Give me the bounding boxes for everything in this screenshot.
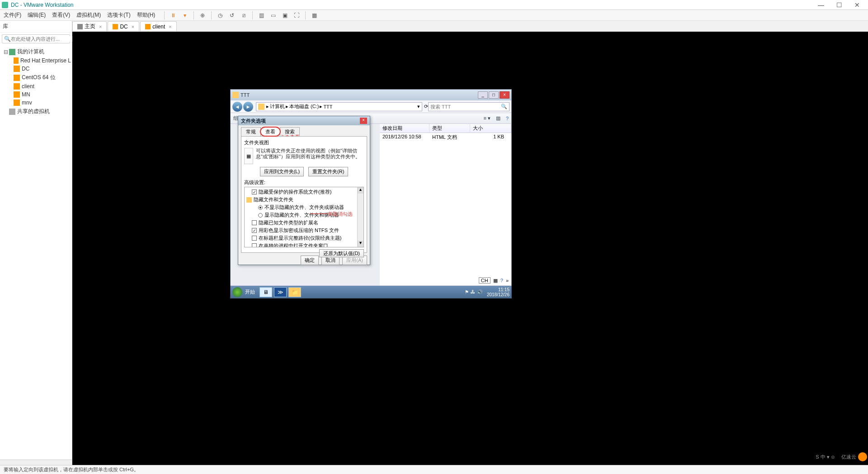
tab-view[interactable]: 查看 [260, 127, 280, 136]
advanced-settings-list[interactable]: 隐藏受保护的操作系统文件(推荐) 隐藏文件和文件夹 不显示隐藏的文件、文件夹或驱… [244, 187, 364, 247]
address-bar[interactable]: ▸ 计算机 ▸ 本地磁盘 (C:) ▸ TTT ▾ [256, 102, 422, 111]
col-date[interactable]: 修改日期 [380, 124, 429, 133]
layout3-icon[interactable]: ▣ [281, 11, 289, 19]
dialog-titlebar[interactable]: 文件夹选项 × [238, 116, 370, 125]
explorer-minimize[interactable]: _ [478, 91, 488, 99]
apply-to-folders-button[interactable]: 应用到文件夹(L) [260, 167, 304, 176]
checkbox[interactable] [252, 243, 257, 247]
tree-item[interactable]: DC [1, 65, 71, 73]
tab-general[interactable]: 常规 [241, 127, 261, 136]
menu-file[interactable]: 文件(F) [4, 11, 21, 19]
explorer-maximize[interactable]: □ [489, 91, 499, 99]
unity-icon[interactable]: ▦ [310, 11, 318, 19]
list-item[interactable]: 2018/12/26 10:58 HTML 文档 1 KB [380, 133, 511, 142]
taskbar-folder-icon[interactable]: 📁 [288, 287, 301, 297]
explorer-search[interactable]: 🔍 [428, 102, 509, 111]
tray-icon[interactable]: ▦ [493, 278, 498, 284]
revert-icon[interactable]: ↺ [228, 11, 236, 19]
checkbox[interactable] [252, 220, 257, 225]
chevron-icon[interactable]: » [506, 278, 509, 283]
menu-view[interactable]: 查看(V) [52, 11, 70, 19]
scroll-down-icon[interactable]: ▼ [358, 241, 363, 247]
menu-edit[interactable]: 编辑(E) [28, 11, 46, 19]
refresh-button[interactable]: ⟳ [424, 104, 428, 109]
explorer-search-input[interactable] [430, 104, 501, 109]
sidebar-search[interactable]: 🔍 ▾ [2, 34, 70, 43]
tab-dc[interactable]: DC× [108, 21, 139, 31]
vmware-logo-icon [2, 2, 8, 8]
reset-folders-button[interactable]: 重置文件夹(R) [308, 167, 348, 176]
search-icon[interactable]: 🔍 [501, 104, 507, 109]
tree-item[interactable]: client [1, 82, 71, 90]
separator [211, 11, 212, 19]
taskbar-clock[interactable]: 11:15 2018/12/26 [487, 287, 509, 297]
preview-pane-icon[interactable]: ▥ [496, 115, 500, 121]
restore-defaults-button[interactable]: 还原为默认值(D) [319, 249, 364, 257]
checkbox[interactable] [252, 228, 257, 233]
taskbar-powershell-icon[interactable]: ≫ [274, 287, 287, 297]
vmware-menubar: 文件(F) 编辑(E) 查看(V) 虚拟机(M) 选项卡(T) 帮助(H) ⏸ … [0, 10, 868, 21]
minimize-button[interactable]: — [812, 1, 830, 9]
checkbox[interactable] [252, 236, 257, 241]
tray-flag-icon[interactable]: ⚑ [465, 289, 469, 294]
vm-icon [14, 91, 20, 98]
fullscreen-icon[interactable]: ⛶ [292, 11, 301, 19]
tree-item[interactable]: CentOS 64 位 [1, 73, 71, 82]
system-tray[interactable]: ⚑ 🖧 🔊 11:15 2018/12/26 [465, 287, 509, 297]
layout2-icon[interactable]: ▭ [269, 11, 277, 19]
taskbar-explorer-icon[interactable]: 🖥 [259, 287, 272, 297]
tab-home[interactable]: 主页× [72, 21, 107, 31]
tree-item[interactable]: Red Hat Enterprise L [1, 57, 71, 65]
vm-icon [14, 57, 19, 64]
close-button[interactable]: ✕ [848, 1, 866, 9]
start-label[interactable]: 开始 [245, 289, 255, 295]
close-icon[interactable]: × [132, 24, 134, 29]
tray-sound-icon[interactable]: 🔊 [477, 289, 482, 294]
forward-button[interactable]: ► [243, 102, 253, 112]
explorer-close[interactable]: × [500, 91, 509, 99]
scroll-up-icon[interactable]: ▲ [358, 187, 363, 194]
menu-vm[interactable]: 虚拟机(M) [76, 11, 101, 19]
view-options-icon[interactable]: ≡ ▾ [483, 115, 490, 121]
lang-badge[interactable]: CH [479, 277, 491, 284]
tree-shared[interactable]: 共享的虚拟机 [1, 107, 71, 116]
explorer-titlebar[interactable]: TTT _ □ × [231, 90, 511, 100]
checkbox[interactable] [252, 190, 257, 194]
close-icon[interactable]: × [169, 24, 171, 29]
tree-item[interactable]: MN [1, 90, 71, 99]
close-icon[interactable]: × [99, 24, 102, 29]
menu-help[interactable]: 帮助(H) [137, 11, 156, 19]
tree-item[interactable]: mnv [1, 99, 71, 107]
snapshot-icon[interactable]: ⊕ [198, 11, 207, 19]
manage-icon[interactable]: ⎚ [240, 11, 248, 19]
maximize-button[interactable]: ☐ [830, 1, 848, 9]
back-button[interactable]: ◄ [232, 102, 242, 112]
clock-icon[interactable]: ◷ [216, 11, 224, 19]
col-size[interactable]: 大小 [470, 124, 511, 133]
adv-category: 隐藏文件和文件夹 [245, 196, 363, 204]
address-dropdown-icon[interactable]: ▾ [417, 104, 420, 109]
radio[interactable] [258, 205, 263, 210]
start-button[interactable] [232, 287, 242, 297]
col-type[interactable]: 类型 [429, 124, 470, 133]
sidebar-search-input[interactable] [11, 36, 73, 42]
file-list[interactable]: 2018/12/26 10:58 HTML 文档 1 KB [380, 133, 511, 285]
ok-button[interactable]: 确定 [301, 256, 319, 265]
dialog-close[interactable]: × [360, 118, 367, 124]
tree-root[interactable]: ⊟ 我的计算机 [1, 47, 71, 57]
tab-client[interactable]: client× [140, 21, 176, 31]
tray-network-icon[interactable]: 🖧 [471, 289, 475, 294]
help-icon[interactable]: ? [500, 278, 503, 283]
help-icon[interactable]: ? [506, 116, 509, 121]
scrollbar[interactable]: ▲ ▼ [357, 187, 363, 247]
watermark-badge: S 中 ▾ ⊙ [816, 454, 835, 460]
vm-tabbar: 主页× DC× client× [72, 21, 868, 32]
play-dropdown-icon[interactable]: ▾ [181, 11, 189, 19]
radio[interactable] [258, 213, 263, 218]
menu-tabs[interactable]: 选项卡(T) [107, 11, 130, 19]
watermark: S 中 ▾ ⊙ 亿速云 [816, 452, 867, 461]
collapse-icon[interactable]: ⊟ [4, 49, 9, 55]
pause-icon[interactable]: ⏸ [169, 11, 177, 19]
sidebar-scrollbar[interactable] [0, 460, 72, 465]
layout1-icon[interactable]: ▥ [257, 11, 265, 19]
